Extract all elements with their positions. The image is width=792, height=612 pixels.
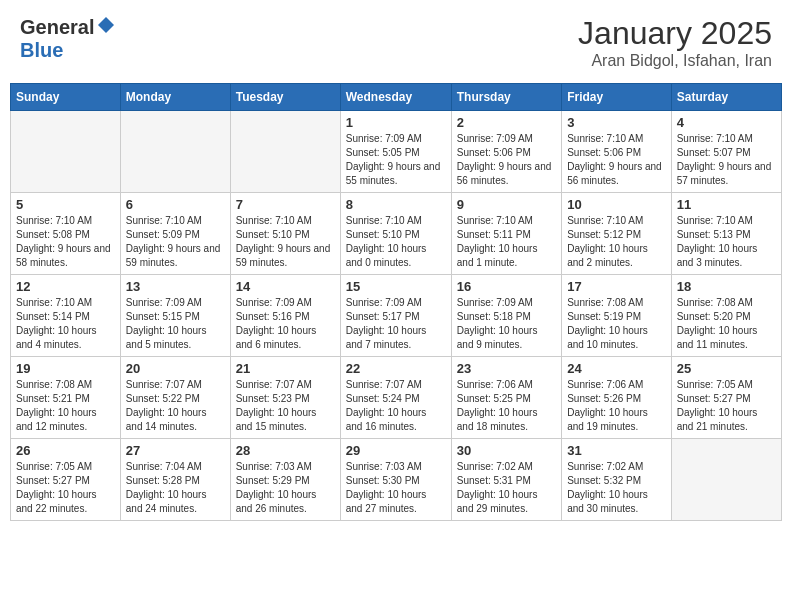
calendar-week-row: 5Sunrise: 7:10 AMSunset: 5:08 PMDaylight… (11, 193, 782, 275)
calendar-day-cell: 13Sunrise: 7:09 AMSunset: 5:15 PMDayligh… (120, 275, 230, 357)
calendar-day-cell: 6Sunrise: 7:10 AMSunset: 5:09 PMDaylight… (120, 193, 230, 275)
calendar-day-cell: 9Sunrise: 7:10 AMSunset: 5:11 PMDaylight… (451, 193, 561, 275)
day-info: Sunrise: 7:09 AMSunset: 5:05 PMDaylight:… (346, 132, 446, 188)
calendar-day-cell: 17Sunrise: 7:08 AMSunset: 5:19 PMDayligh… (562, 275, 672, 357)
weekday-header: Wednesday (340, 84, 451, 111)
day-number: 27 (126, 443, 225, 458)
calendar-day-cell: 5Sunrise: 7:10 AMSunset: 5:08 PMDaylight… (11, 193, 121, 275)
calendar-day-cell: 12Sunrise: 7:10 AMSunset: 5:14 PMDayligh… (11, 275, 121, 357)
day-number: 15 (346, 279, 446, 294)
day-info: Sunrise: 7:10 AMSunset: 5:09 PMDaylight:… (126, 214, 225, 270)
calendar-day-cell: 24Sunrise: 7:06 AMSunset: 5:26 PMDayligh… (562, 357, 672, 439)
day-info: Sunrise: 7:07 AMSunset: 5:24 PMDaylight:… (346, 378, 446, 434)
day-info: Sunrise: 7:10 AMSunset: 5:08 PMDaylight:… (16, 214, 115, 270)
calendar-day-cell (120, 111, 230, 193)
weekday-header: Thursday (451, 84, 561, 111)
day-info: Sunrise: 7:10 AMSunset: 5:14 PMDaylight:… (16, 296, 115, 352)
title-block: January 2025 Aran Bidgol, Isfahan, Iran (578, 15, 772, 70)
calendar-week-row: 1Sunrise: 7:09 AMSunset: 5:05 PMDaylight… (11, 111, 782, 193)
calendar-day-cell: 16Sunrise: 7:09 AMSunset: 5:18 PMDayligh… (451, 275, 561, 357)
calendar-day-cell: 30Sunrise: 7:02 AMSunset: 5:31 PMDayligh… (451, 439, 561, 521)
logo-blue-text: Blue (20, 39, 63, 61)
day-info: Sunrise: 7:09 AMSunset: 5:15 PMDaylight:… (126, 296, 225, 352)
calendar-day-cell: 22Sunrise: 7:07 AMSunset: 5:24 PMDayligh… (340, 357, 451, 439)
day-info: Sunrise: 7:03 AMSunset: 5:30 PMDaylight:… (346, 460, 446, 516)
day-info: Sunrise: 7:09 AMSunset: 5:18 PMDaylight:… (457, 296, 556, 352)
day-info: Sunrise: 7:10 AMSunset: 5:13 PMDaylight:… (677, 214, 776, 270)
calendar-day-cell: 18Sunrise: 7:08 AMSunset: 5:20 PMDayligh… (671, 275, 781, 357)
calendar-table: SundayMondayTuesdayWednesdayThursdayFrid… (10, 83, 782, 521)
day-number: 8 (346, 197, 446, 212)
day-info: Sunrise: 7:04 AMSunset: 5:28 PMDaylight:… (126, 460, 225, 516)
day-number: 28 (236, 443, 335, 458)
day-number: 11 (677, 197, 776, 212)
day-info: Sunrise: 7:10 AMSunset: 5:06 PMDaylight:… (567, 132, 666, 188)
day-number: 9 (457, 197, 556, 212)
weekday-header: Tuesday (230, 84, 340, 111)
day-info: Sunrise: 7:07 AMSunset: 5:23 PMDaylight:… (236, 378, 335, 434)
day-info: Sunrise: 7:08 AMSunset: 5:20 PMDaylight:… (677, 296, 776, 352)
day-number: 13 (126, 279, 225, 294)
day-info: Sunrise: 7:10 AMSunset: 5:10 PMDaylight:… (236, 214, 335, 270)
calendar-day-cell: 4Sunrise: 7:10 AMSunset: 5:07 PMDaylight… (671, 111, 781, 193)
day-info: Sunrise: 7:08 AMSunset: 5:19 PMDaylight:… (567, 296, 666, 352)
day-number: 5 (16, 197, 115, 212)
day-info: Sunrise: 7:06 AMSunset: 5:25 PMDaylight:… (457, 378, 556, 434)
weekday-header: Saturday (671, 84, 781, 111)
day-number: 31 (567, 443, 666, 458)
calendar-day-cell: 15Sunrise: 7:09 AMSunset: 5:17 PMDayligh… (340, 275, 451, 357)
calendar-day-cell: 23Sunrise: 7:06 AMSunset: 5:25 PMDayligh… (451, 357, 561, 439)
logo-icon (96, 15, 116, 39)
logo-general-text: General (20, 16, 94, 39)
month-title: January 2025 (578, 15, 772, 52)
calendar-day-cell: 28Sunrise: 7:03 AMSunset: 5:29 PMDayligh… (230, 439, 340, 521)
day-info: Sunrise: 7:10 AMSunset: 5:10 PMDaylight:… (346, 214, 446, 270)
day-info: Sunrise: 7:06 AMSunset: 5:26 PMDaylight:… (567, 378, 666, 434)
day-number: 16 (457, 279, 556, 294)
calendar-week-row: 19Sunrise: 7:08 AMSunset: 5:21 PMDayligh… (11, 357, 782, 439)
calendar-day-cell: 8Sunrise: 7:10 AMSunset: 5:10 PMDaylight… (340, 193, 451, 275)
svg-marker-0 (98, 17, 114, 33)
day-number: 18 (677, 279, 776, 294)
calendar-day-cell: 29Sunrise: 7:03 AMSunset: 5:30 PMDayligh… (340, 439, 451, 521)
day-number: 26 (16, 443, 115, 458)
day-info: Sunrise: 7:09 AMSunset: 5:16 PMDaylight:… (236, 296, 335, 352)
calendar-day-cell: 31Sunrise: 7:02 AMSunset: 5:32 PMDayligh… (562, 439, 672, 521)
day-info: Sunrise: 7:05 AMSunset: 5:27 PMDaylight:… (677, 378, 776, 434)
day-number: 29 (346, 443, 446, 458)
day-info: Sunrise: 7:02 AMSunset: 5:32 PMDaylight:… (567, 460, 666, 516)
calendar-day-cell: 25Sunrise: 7:05 AMSunset: 5:27 PMDayligh… (671, 357, 781, 439)
day-number: 1 (346, 115, 446, 130)
day-info: Sunrise: 7:10 AMSunset: 5:11 PMDaylight:… (457, 214, 556, 270)
day-number: 22 (346, 361, 446, 376)
day-number: 4 (677, 115, 776, 130)
location-title: Aran Bidgol, Isfahan, Iran (578, 52, 772, 70)
calendar-day-cell: 21Sunrise: 7:07 AMSunset: 5:23 PMDayligh… (230, 357, 340, 439)
day-number: 30 (457, 443, 556, 458)
day-info: Sunrise: 7:05 AMSunset: 5:27 PMDaylight:… (16, 460, 115, 516)
day-number: 10 (567, 197, 666, 212)
day-number: 25 (677, 361, 776, 376)
page-header: General Blue January 2025 Aran Bidgol, I… (10, 10, 782, 75)
day-info: Sunrise: 7:02 AMSunset: 5:31 PMDaylight:… (457, 460, 556, 516)
day-number: 12 (16, 279, 115, 294)
calendar-day-cell (671, 439, 781, 521)
calendar-day-cell: 7Sunrise: 7:10 AMSunset: 5:10 PMDaylight… (230, 193, 340, 275)
day-info: Sunrise: 7:07 AMSunset: 5:22 PMDaylight:… (126, 378, 225, 434)
calendar-day-cell: 14Sunrise: 7:09 AMSunset: 5:16 PMDayligh… (230, 275, 340, 357)
day-info: Sunrise: 7:08 AMSunset: 5:21 PMDaylight:… (16, 378, 115, 434)
day-number: 6 (126, 197, 225, 212)
day-number: 14 (236, 279, 335, 294)
day-number: 19 (16, 361, 115, 376)
day-number: 24 (567, 361, 666, 376)
day-info: Sunrise: 7:09 AMSunset: 5:17 PMDaylight:… (346, 296, 446, 352)
day-number: 17 (567, 279, 666, 294)
calendar-day-cell: 11Sunrise: 7:10 AMSunset: 5:13 PMDayligh… (671, 193, 781, 275)
day-number: 21 (236, 361, 335, 376)
calendar-day-cell: 26Sunrise: 7:05 AMSunset: 5:27 PMDayligh… (11, 439, 121, 521)
day-number: 7 (236, 197, 335, 212)
day-info: Sunrise: 7:10 AMSunset: 5:07 PMDaylight:… (677, 132, 776, 188)
calendar-week-row: 12Sunrise: 7:10 AMSunset: 5:14 PMDayligh… (11, 275, 782, 357)
calendar-header-row: SundayMondayTuesdayWednesdayThursdayFrid… (11, 84, 782, 111)
day-number: 23 (457, 361, 556, 376)
